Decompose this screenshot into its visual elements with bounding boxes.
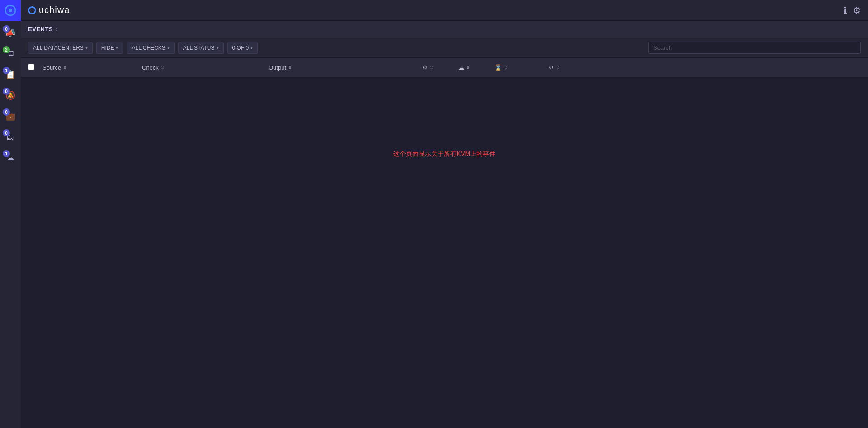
icon3-col-label: ⌛ bbox=[495, 64, 502, 71]
checks-dropdown-icon: ▾ bbox=[167, 45, 170, 50]
datacenters-badge: 0 bbox=[3, 129, 10, 136]
logo-area[interactable] bbox=[0, 0, 21, 21]
hide-dropdown-icon: ▾ bbox=[116, 45, 118, 50]
source-sort-icon: ⇕ bbox=[63, 65, 67, 71]
check-sort-icon: ⇕ bbox=[160, 65, 165, 71]
hide-filter-button[interactable]: HIDE ▾ bbox=[96, 42, 123, 54]
logo: uchiwa bbox=[28, 5, 70, 15]
cloud-badge: 1 bbox=[3, 150, 10, 157]
datacenters-filter-label: ALL DATACENTERS bbox=[33, 45, 84, 51]
clients-badge: 2 bbox=[3, 46, 10, 53]
breadcrumb: EVENTS › bbox=[28, 26, 58, 33]
status-dropdown-icon: ▾ bbox=[217, 45, 219, 50]
stash-badge: 1 bbox=[3, 67, 10, 74]
checks-filter-button[interactable]: ALL CHECKS ▾ bbox=[127, 42, 174, 54]
icon1-sort-icon: ⇕ bbox=[429, 65, 434, 71]
select-all-checkbox[interactable] bbox=[28, 64, 34, 70]
datacenters-dropdown-icon: ▾ bbox=[85, 45, 88, 50]
status-filter-button[interactable]: ALL STATUS ▾ bbox=[178, 42, 224, 54]
table-header: Source ⇕ Check ⇕ Output ⇕ ⚙ ⇕ ☁ ⇕ ⌛ ⇕ ↺ … bbox=[21, 58, 868, 78]
sidebar-item-datacenters[interactable]: 0 🗂 bbox=[0, 127, 21, 147]
empty-state: 这个页面显示关于所有KVM上的事件 bbox=[21, 78, 868, 428]
output-col-label: Output bbox=[269, 64, 286, 71]
checks-filter-label: ALL CHECKS bbox=[132, 45, 165, 51]
column-header-icon3[interactable]: ⌛ ⇕ bbox=[495, 64, 549, 71]
count-dropdown-icon: ▾ bbox=[250, 45, 253, 50]
status-filter-label: ALL STATUS bbox=[183, 45, 215, 51]
topbar-actions: ℹ ⚙ bbox=[844, 5, 861, 16]
sidebar-item-events[interactable]: 0 📣 bbox=[0, 23, 21, 43]
count-filter-label: 0 OF 0 bbox=[232, 45, 249, 51]
hide-filter-label: HIDE bbox=[101, 45, 114, 51]
main-content: uchiwa ℹ ⚙ EVENTS › ALL DATACENTERS ▾ HI… bbox=[21, 0, 868, 428]
page-header: EVENTS › bbox=[21, 21, 868, 38]
topbar: uchiwa ℹ ⚙ bbox=[21, 0, 868, 21]
check-col-label: Check bbox=[142, 64, 159, 71]
filter-bar: ALL DATACENTERS ▾ HIDE ▾ ALL CHECKS ▾ AL… bbox=[21, 38, 868, 58]
silenced-badge: 0 bbox=[3, 88, 10, 95]
svg-point-1 bbox=[9, 9, 12, 12]
datacenters-filter-button[interactable]: ALL DATACENTERS ▾ bbox=[28, 42, 93, 54]
breadcrumb-arrow: › bbox=[56, 26, 58, 33]
empty-message: 这个页面显示关于所有KVM上的事件 bbox=[393, 150, 495, 158]
sidebar-item-clients[interactable]: 2 🖥 bbox=[0, 43, 21, 64]
icon2-sort-icon: ⇕ bbox=[466, 65, 470, 71]
search-container bbox=[648, 42, 861, 54]
sidebar: 0 📣 2 🖥 1 📋 0 🔕 0 💼 0 🗂 1 ☁ bbox=[0, 0, 21, 428]
logo-label: uchiwa bbox=[39, 5, 70, 15]
column-header-source[interactable]: Source ⇕ bbox=[42, 64, 142, 71]
sidebar-item-cloud[interactable]: 1 ☁ bbox=[0, 147, 21, 168]
settings-icon[interactable]: ⚙ bbox=[853, 5, 861, 16]
output-sort-icon: ⇕ bbox=[288, 65, 292, 71]
aggregates-badge: 0 bbox=[3, 108, 10, 116]
icon1-col-label: ⚙ bbox=[422, 64, 428, 71]
sidebar-item-silenced[interactable]: 0 🔕 bbox=[0, 85, 21, 106]
column-header-output[interactable]: Output ⇕ bbox=[269, 64, 422, 71]
column-header-icon1[interactable]: ⚙ ⇕ bbox=[422, 64, 458, 71]
icon2-col-label: ☁ bbox=[458, 64, 464, 71]
icon4-col-label: ↺ bbox=[549, 64, 554, 71]
column-header-icon2[interactable]: ☁ ⇕ bbox=[458, 64, 495, 71]
search-input[interactable] bbox=[648, 42, 861, 54]
count-filter-button[interactable]: 0 OF 0 ▾ bbox=[227, 42, 258, 54]
source-col-label: Source bbox=[42, 64, 61, 71]
logo-circle-icon bbox=[28, 6, 36, 14]
column-header-icon4[interactable]: ↺ ⇕ bbox=[549, 64, 603, 71]
sidebar-item-aggregates[interactable]: 0 💼 bbox=[0, 106, 21, 127]
icon3-sort-icon: ⇕ bbox=[504, 65, 508, 71]
sidebar-item-stash[interactable]: 1 📋 bbox=[0, 64, 21, 85]
select-all-checkbox-container bbox=[28, 64, 42, 71]
info-icon[interactable]: ℹ bbox=[844, 5, 847, 16]
events-badge: 0 bbox=[3, 25, 10, 33]
column-header-check[interactable]: Check ⇕ bbox=[142, 64, 269, 71]
icon4-sort-icon: ⇕ bbox=[556, 65, 560, 71]
breadcrumb-current: EVENTS bbox=[28, 26, 53, 33]
